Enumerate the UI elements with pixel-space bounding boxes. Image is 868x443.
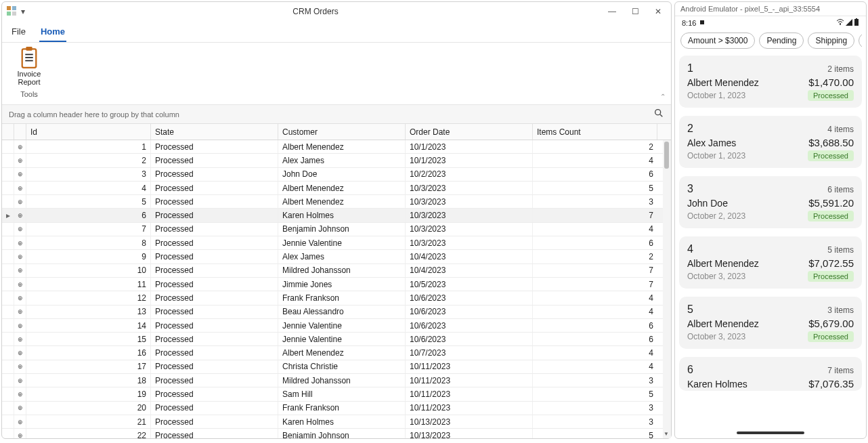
home-indicator[interactable] (737, 431, 804, 434)
order-card[interactable]: 24 itemsAlex James$3,688.50October 1, 20… (679, 116, 862, 168)
menu-home[interactable]: Home (39, 24, 66, 42)
order-card[interactable]: 12 itemsAlbert Menendez$1,470.00October … (679, 56, 862, 108)
svg-rect-4 (22, 49, 37, 67)
cell-items: 3 (533, 374, 657, 387)
expand-icon[interactable]: ⊕ (14, 278, 26, 291)
filter-chip[interactable]: Shipping (808, 33, 854, 49)
expand-icon[interactable]: ⊕ (14, 387, 26, 400)
table-row[interactable]: ⊕2ProcessedAlex James10/1/20234 (2, 154, 671, 167)
table-row[interactable]: ⊕3ProcessedJohn Doe10/2/20236 (2, 168, 671, 182)
ribbon-collapse-icon[interactable]: ⌃ (660, 93, 666, 100)
expand-icon[interactable]: ⊕ (14, 154, 26, 167)
col-id[interactable]: Id (26, 124, 151, 140)
expand-icon[interactable]: ⊕ (14, 168, 26, 181)
col-selector[interactable] (2, 124, 14, 140)
expand-icon[interactable]: ⊕ (14, 291, 26, 304)
minimize-button[interactable]: — (606, 7, 618, 16)
expand-icon[interactable]: ⊕ (14, 415, 26, 428)
expand-icon[interactable]: ⊕ (14, 402, 26, 415)
card-date: October 1, 2023 (687, 91, 745, 100)
expand-icon[interactable]: ⊕ (14, 333, 26, 345)
cell-state: Processed (151, 402, 278, 415)
cell-state: Processed (151, 223, 278, 236)
table-row[interactable]: ⊕13ProcessedBeau Alessandro10/6/20234 (2, 305, 671, 319)
table-row[interactable]: ⊕12ProcessedFrank Frankson10/6/20234 (2, 291, 671, 305)
row-indicator (2, 264, 14, 277)
expand-icon[interactable]: ⊕ (14, 236, 26, 249)
emulator-title: Android Emulator - pixel_5_-_api_33:5554 (675, 2, 866, 16)
table-row[interactable]: ⊕20ProcessedFrank Frankson10/11/20233 (2, 402, 671, 415)
expand-icon[interactable]: ⊕ (14, 182, 26, 194)
expand-icon[interactable]: ⊕ (14, 360, 26, 373)
table-row[interactable]: ⊕15ProcessedJennie Valentine10/6/20236 (2, 333, 671, 346)
table-row[interactable]: ⊕18ProcessedMildred Johansson10/11/20233 (2, 374, 671, 387)
expand-icon[interactable]: ⊕ (14, 209, 26, 222)
col-order-date[interactable]: Order Date (406, 124, 533, 140)
order-card[interactable]: 53 itemsAlbert Menendez$5,679.00October … (679, 297, 862, 349)
filter-chip[interactable]: Pending (759, 33, 804, 49)
expand-icon[interactable]: ⊕ (14, 305, 26, 318)
cell-date: 10/1/2023 (406, 140, 533, 153)
order-cards[interactable]: 12 itemsAlbert Menendez$1,470.00October … (679, 56, 862, 431)
table-row[interactable]: ▸⊕6ProcessedKaren Holmes10/3/20237 (2, 209, 671, 222)
cell-state: Processed (151, 291, 278, 304)
expand-icon[interactable]: ⊕ (14, 264, 26, 277)
card-amount: $3,688.50 (808, 137, 854, 148)
status-badge: Processed (808, 211, 854, 222)
expand-icon[interactable]: ⊕ (14, 319, 26, 332)
filter-chip[interactable]: Amount > $3000 (680, 33, 755, 49)
expand-icon[interactable]: ⊕ (14, 250, 26, 263)
svg-rect-3 (12, 12, 16, 16)
table-row[interactable]: ⊕7ProcessedBenjamin Johnson10/3/20234 (2, 223, 671, 236)
expand-icon[interactable]: ⊕ (14, 195, 26, 208)
table-row[interactable]: ⊕14ProcessedJennie Valentine10/6/20236 (2, 319, 671, 333)
cell-customer: Jennie Valentine (278, 333, 406, 345)
row-indicator (2, 333, 14, 345)
expand-icon[interactable]: ⊕ (14, 429, 26, 438)
col-customer[interactable]: Customer (278, 124, 406, 140)
card-count: 2 items (827, 64, 854, 74)
table-row[interactable]: ⊕21ProcessedKaren Holmes10/13/20233 (2, 415, 671, 429)
table-row[interactable]: ⊕9ProcessedAlex James10/4/20232 (2, 250, 671, 263)
table-row[interactable]: ⊕19ProcessedSam Hill10/11/20235 (2, 387, 671, 401)
expand-icon[interactable]: ⊕ (14, 140, 26, 153)
svg-rect-1 (12, 6, 16, 10)
expand-icon[interactable]: ⊕ (14, 223, 26, 236)
expand-icon[interactable]: ⊕ (14, 374, 26, 387)
table-row[interactable]: ⊕16ProcessedAlbert Menendez10/7/20234 (2, 346, 671, 360)
table-row[interactable]: ⊕10ProcessedMildred Johansson10/4/20237 (2, 264, 671, 278)
row-indicator (2, 429, 14, 438)
search-button[interactable] (653, 108, 664, 121)
order-card[interactable]: 36 itemsJohn Doe$5,591.20October 2, 2023… (679, 176, 862, 228)
order-card[interactable]: 67 itemsKaren Holmes$7,076.35 (679, 357, 862, 391)
col-expand[interactable] (14, 124, 26, 140)
table-row[interactable]: ⊕8ProcessedJennie Valentine10/3/20236 (2, 236, 671, 250)
ribbon-invoice-report[interactable]: Invoice Report Tools (9, 47, 49, 98)
menu-file[interactable]: File (10, 24, 27, 42)
card-count: 5 items (827, 245, 854, 255)
expand-icon[interactable]: ⊕ (14, 346, 26, 359)
cell-id: 14 (26, 319, 151, 332)
scroll-down-icon[interactable]: ▼ (664, 431, 669, 437)
cell-items: 6 (533, 319, 657, 332)
close-button[interactable]: ✕ (652, 7, 664, 16)
order-card[interactable]: 45 itemsAlbert Menendez$7,072.55October … (679, 236, 862, 289)
table-row[interactable]: ⊕1ProcessedAlbert Menendez10/1/20232 (2, 140, 671, 154)
group-panel[interactable]: Drag a column header here to group by th… (2, 105, 671, 124)
col-items-count[interactable]: Items Count (533, 124, 657, 140)
table-row[interactable]: ⊕17ProcessedChrista Christie10/11/20234 (2, 360, 671, 374)
table-row[interactable]: ⊕11ProcessedJimmie Jones10/5/20237 (2, 278, 671, 291)
table-row[interactable]: ⊕4ProcessedAlbert Menendez10/3/20235 (2, 182, 671, 195)
cell-items: 5 (533, 429, 657, 438)
scrollbar-thumb[interactable] (664, 142, 669, 169)
card-amount: $1,470.00 (808, 77, 854, 88)
vertical-scrollbar[interactable]: ▼ (663, 140, 671, 438)
table-row[interactable]: ⊕5ProcessedAlbert Menendez10/3/20233 (2, 195, 671, 209)
card-customer: Alex James (687, 138, 736, 148)
col-state[interactable]: State (151, 124, 278, 140)
table-row[interactable]: ⊕22ProcessedBenjamin Johnson10/13/20235 (2, 429, 671, 438)
filter-chip[interactable]: Paid (859, 33, 862, 49)
cell-id: 10 (26, 264, 151, 277)
maximize-button[interactable]: ☐ (629, 7, 641, 16)
cell-customer: Sam Hill (278, 387, 406, 400)
